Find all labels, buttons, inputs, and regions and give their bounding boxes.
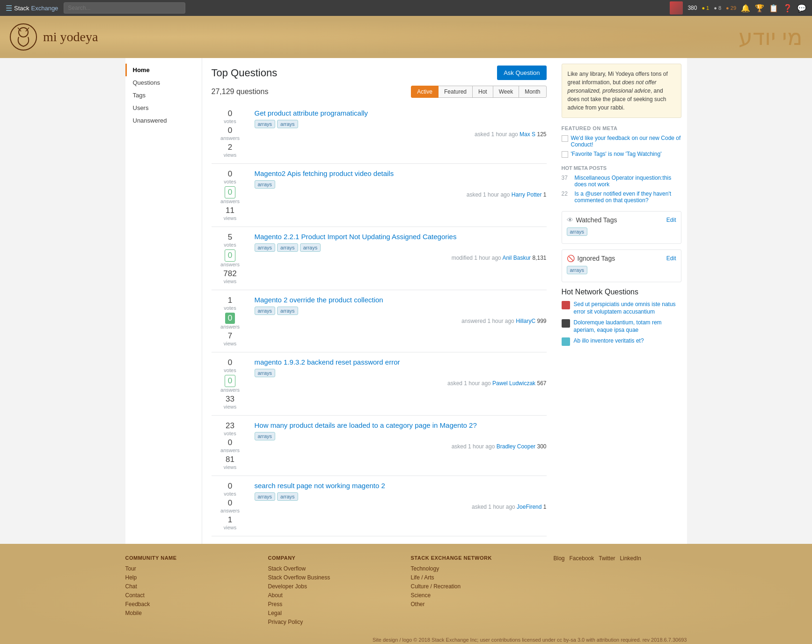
footer-company-link[interactable]: Legal xyxy=(268,610,402,616)
sidebar-item-users[interactable]: Users xyxy=(125,102,202,114)
filter-tab-hot[interactable]: Hot xyxy=(472,86,493,98)
footer-network-link[interactable]: Culture / Recreation xyxy=(411,583,544,590)
question-author[interactable]: Anil Baskur xyxy=(502,255,531,261)
question-title[interactable]: Magento2 Apis fetching product video det… xyxy=(255,169,547,177)
footer-social-link[interactable]: Blog xyxy=(554,555,565,562)
sidebar-item-questions[interactable]: Questions xyxy=(125,76,202,89)
footer-company-link[interactable]: About xyxy=(268,592,402,599)
hot-meta-link-2[interactable]: Is a @user notified even if they haven't… xyxy=(575,190,681,204)
footer-company-link[interactable]: Developer Jobs xyxy=(268,583,402,590)
hot-network-link[interactable]: Sed ut perspiciatis unde omnis iste natu… xyxy=(574,301,681,315)
footer-community-link[interactable]: Help xyxy=(125,574,259,581)
question-tag[interactable]: arrays xyxy=(300,243,321,252)
footer-network-link[interactable]: Other xyxy=(411,601,544,607)
question-tag[interactable]: arrays xyxy=(277,243,298,252)
question-title[interactable]: Magento 2 override the product collectio… xyxy=(255,296,547,304)
votes-stat: 0 votes xyxy=(212,482,249,497)
watched-tags-edit[interactable]: Edit xyxy=(666,217,676,223)
footer-network-link[interactable]: Technology xyxy=(411,565,544,572)
footer: COMMUNITY NAME TourHelpChatContactFeedba… xyxy=(0,544,812,644)
footer-company-link[interactable]: Press xyxy=(268,601,402,607)
view-count: 33 xyxy=(226,395,234,404)
sidebar-item-tags[interactable]: Tags xyxy=(125,89,202,102)
question-title[interactable]: Get product attribute programatically xyxy=(255,109,547,117)
question-meta: modified 1 hour ago Anil Baskur 8,131 xyxy=(255,255,547,261)
achievements-icon[interactable]: 🏆 xyxy=(755,4,764,13)
meta-item-1: We'd like your feedback on our new Code … xyxy=(562,135,681,148)
footer-community-link[interactable]: Chat xyxy=(125,583,259,590)
ignored-tags-edit[interactable]: Edit xyxy=(666,255,676,262)
question-tag[interactable]: arrays xyxy=(277,120,298,128)
footer-company-link[interactable]: Stack Overflow Business xyxy=(268,574,402,581)
footer-community-title: COMMUNITY NAME xyxy=(125,555,259,561)
question-tag[interactable]: arrays xyxy=(255,180,276,189)
question-title[interactable]: search result page not working magento 2 xyxy=(255,482,547,490)
help-icon[interactable]: ❓ xyxy=(783,4,792,13)
footer-social-link[interactable]: Twitter xyxy=(599,555,615,562)
views-label: views xyxy=(224,341,237,346)
question-title[interactable]: magento 1.9.3.2 backend reset password e… xyxy=(255,358,547,366)
question-tag[interactable]: arrays xyxy=(255,243,276,252)
answer-count: 0 xyxy=(225,375,235,387)
inbox-icon[interactable]: 🔔 xyxy=(741,4,750,13)
hot-network-link[interactable]: Doloremque laudantium, totam rem aperiam… xyxy=(574,319,681,334)
question-tag[interactable]: arrays xyxy=(255,120,276,128)
question-title[interactable]: How many product details are loaded to a… xyxy=(255,421,547,429)
footer-social-link[interactable]: LinkedIn xyxy=(620,555,641,562)
footer-community-link[interactable]: Contact xyxy=(125,592,259,599)
meta-link-2[interactable]: 'Favorite Tags' is now 'Tag Watching' xyxy=(571,151,662,157)
question-title[interactable]: Magento 2.2.1 Product Import Not Updatin… xyxy=(255,233,547,241)
question-tag[interactable]: arrays xyxy=(255,307,276,315)
question-author[interactable]: HillaryC xyxy=(516,318,535,324)
views-label: views xyxy=(224,152,237,158)
question-author[interactable]: Pawel Ludwiczak xyxy=(492,380,535,387)
site-name: mi yodeya xyxy=(43,29,98,44)
filter-tab-featured[interactable]: Featured xyxy=(438,86,473,98)
footer-community-link[interactable]: Feedback xyxy=(125,601,259,607)
meta-link-1[interactable]: We'd like your feedback on our new Code … xyxy=(571,135,681,148)
filter-tab-week[interactable]: Week xyxy=(493,86,519,98)
hot-network-link[interactable]: Ab illo inventore veritatis et? xyxy=(574,337,644,346)
site-brand[interactable]: ☰ StackExchange xyxy=(6,4,58,13)
watched-tag-arrays[interactable]: arrays xyxy=(567,227,588,236)
sidebar-item-unanswered[interactable]: Unanswered xyxy=(125,114,202,127)
question-author[interactable]: JoeFirend xyxy=(517,504,541,510)
question-author[interactable]: Max S xyxy=(519,131,535,138)
search-input[interactable] xyxy=(68,5,181,11)
question-body: magento 1.9.3.2 backend reset password e… xyxy=(255,358,547,410)
meta-checkbox-2[interactable] xyxy=(562,151,568,158)
footer-community-link[interactable]: Tour xyxy=(125,565,259,572)
questions-count: 27,129 questions xyxy=(212,88,269,96)
sidebar-item-home[interactable]: Home xyxy=(125,64,202,76)
avatar[interactable] xyxy=(670,1,683,15)
footer-company-link[interactable]: Privacy Policy xyxy=(268,619,402,625)
question-tag[interactable]: arrays xyxy=(255,492,276,501)
filter-tab-month[interactable]: Month xyxy=(519,86,546,98)
meta-checkbox-1[interactable] xyxy=(562,135,568,142)
question-tag[interactable]: arrays xyxy=(277,492,298,501)
views-stat: 33 views xyxy=(212,395,249,410)
ignored-tag-arrays[interactable]: arrays xyxy=(567,266,588,274)
ask-question-button[interactable]: Ask Question xyxy=(497,66,546,80)
search-box[interactable] xyxy=(64,2,185,14)
filter-tab-active[interactable]: Active xyxy=(411,86,439,98)
question-body: Magento 2 override the product collectio… xyxy=(255,296,547,346)
question-tag[interactable]: arrays xyxy=(277,307,298,315)
ignored-tags-title: 🚫 Ignored Tags xyxy=(567,255,615,262)
site-logo[interactable]: mi yodeya xyxy=(9,23,98,51)
question-author[interactable]: Bradley Cooper xyxy=(497,443,535,450)
question-tag[interactable]: arrays xyxy=(255,432,276,440)
question-tags: arrays xyxy=(255,369,547,377)
footer-company-link[interactable]: Stack Overflow xyxy=(268,565,402,572)
votes-stat: 5 votes xyxy=(212,233,249,248)
chat-icon[interactable]: 💬 xyxy=(797,4,806,13)
review-icon[interactable]: 📋 xyxy=(769,4,778,13)
answers-label: answers xyxy=(220,508,240,513)
footer-community-link[interactable]: Mobile xyxy=(125,610,259,616)
footer-social-link[interactable]: Facebook xyxy=(570,555,594,562)
question-tag[interactable]: arrays xyxy=(255,369,276,377)
footer-network-link[interactable]: Life / Arts xyxy=(411,574,544,581)
hot-meta-link-1[interactable]: Miscellaneous Operator inquestion:this d… xyxy=(575,175,681,188)
question-author[interactable]: Harry Potter xyxy=(512,191,542,198)
footer-network-link[interactable]: Science xyxy=(411,592,544,599)
